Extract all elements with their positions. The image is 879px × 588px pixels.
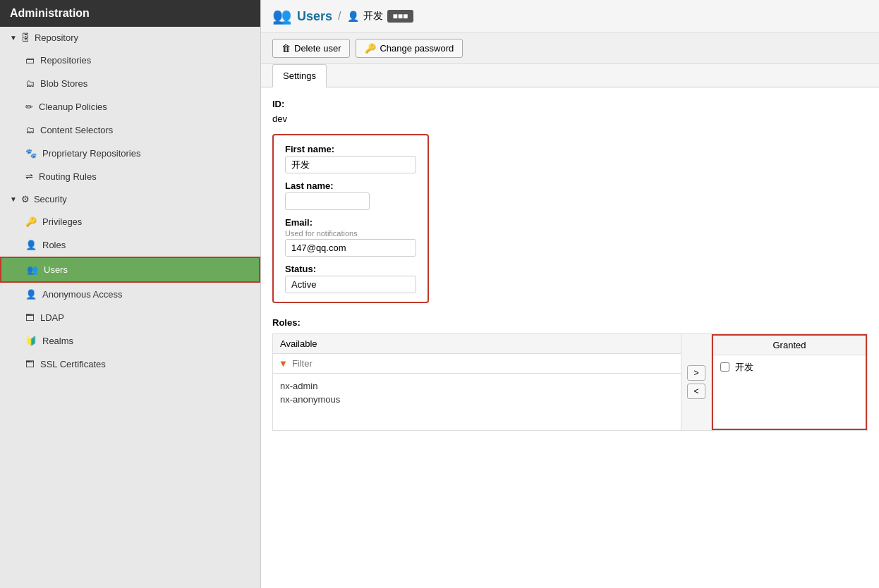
breadcrumb-user-info: 👤 开发 ■■■ (347, 10, 414, 23)
breadcrumb: 👥 Users / 👤 开发 ■■■ (261, 0, 879, 33)
first-name-label: First name: (285, 144, 416, 154)
cleanup-policies-icon: ✏ (25, 102, 33, 112)
content-selectors-icon: 🗂 (25, 125, 35, 135)
roles-panels: Available ▼ nx-admin nx-anonymous > < (272, 333, 868, 431)
list-item[interactable]: nx-anonymous (280, 393, 674, 406)
breadcrumb-user-name: 开发 (363, 10, 383, 23)
breadcrumb-separator: / (338, 10, 341, 23)
first-name-group: First name: (285, 144, 416, 173)
security-icon: ⚙ (21, 194, 30, 204)
email-sublabel: Used for notifications (285, 229, 416, 238)
sidebar-item-ldap[interactable]: 🗔 LDAP (0, 306, 260, 329)
roles-label: Roles (42, 240, 66, 250)
sidebar-item-routing-rules[interactable]: ⇌ Routing Rules (0, 165, 260, 188)
sidebar-item-content-selectors[interactable]: 🗂 Content Selectors (0, 118, 260, 142)
status-label: Status: (285, 264, 416, 274)
sidebar-item-ssl-certificates[interactable]: 🗔 SSL Certificates (0, 353, 260, 376)
roles-section: Roles: Available ▼ nx-admin nx-anonymous (272, 317, 868, 431)
last-name-group: Last name: (285, 180, 416, 210)
email-label: Email: (285, 217, 416, 228)
sidebar-item-proprietary-repositories[interactable]: 🐾 Proprietary Repositories (0, 142, 260, 165)
sidebar-item-blob-stores[interactable]: 🗂 Blob Stores (0, 72, 260, 95)
sidebar-header: Administration (0, 0, 260, 27)
sidebar-item-realms[interactable]: 🔰 Realms (0, 329, 260, 353)
email-group: Email: Used for notifications (285, 217, 416, 257)
roles-list: nx-admin nx-anonymous (273, 374, 681, 430)
proprietary-repositories-icon: 🐾 (25, 148, 37, 159)
sidebar-section-security[interactable]: ▼ ⚙ Security (0, 188, 260, 210)
move-left-button[interactable]: < (687, 384, 705, 399)
ldap-label: LDAP (40, 312, 64, 323)
roles-available-panel: Available ▼ nx-admin nx-anonymous (273, 334, 681, 430)
move-right-button[interactable]: > (687, 365, 705, 381)
id-value: dev (272, 111, 868, 127)
blob-stores-label: Blob Stores (40, 78, 87, 89)
delete-icon: 🗑 (281, 43, 291, 54)
repositories-label: Repositories (40, 55, 91, 66)
routing-rules-icon: ⇌ (25, 171, 33, 182)
roles-filter-bar: ▼ (273, 354, 681, 374)
last-name-label: Last name: (285, 180, 416, 191)
roles-available-header: Available (273, 334, 681, 354)
id-label: ID: (272, 99, 868, 109)
security-section-label: Security (34, 194, 67, 204)
form-area: ID: dev First name: Last name: Email: Us… (261, 87, 879, 588)
toolbar: 🗑 Delete user 🔑 Change password (261, 33, 879, 64)
email-input[interactable] (285, 239, 416, 257)
change-password-button[interactable]: 🔑 Change password (356, 39, 463, 58)
sidebar-item-users[interactable]: 👥 Users (0, 257, 260, 283)
anonymous-access-icon: 👤 (25, 289, 37, 300)
granted-role-checkbox[interactable] (720, 362, 729, 372)
filter-icon: ▼ (279, 358, 288, 369)
privileges-label: Privileges (42, 216, 82, 227)
breadcrumb-user-badge: ■■■ (387, 10, 414, 23)
repository-icon: 🗄 (21, 32, 30, 43)
main-content: 👥 Users / 👤 开发 ■■■ 🗑 Delete user 🔑 Chang… (261, 0, 879, 588)
tab-settings[interactable]: Settings (272, 64, 327, 87)
first-name-input[interactable] (285, 156, 416, 173)
delete-user-button[interactable]: 🗑 Delete user (272, 39, 350, 58)
roles-granted-content: 开发 (713, 355, 866, 412)
status-group: Status: (285, 264, 416, 293)
repository-arrow-icon: ▼ (10, 34, 17, 42)
roles-filter-input[interactable] (292, 358, 675, 369)
ldap-icon: 🗔 (25, 312, 35, 323)
breadcrumb-users-link[interactable]: Users (297, 9, 332, 24)
proprietary-repositories-label: Proprietary Repositories (42, 148, 140, 159)
sidebar-section-repository[interactable]: ▼ 🗄 Repository (0, 27, 260, 49)
roles-granted-panel: Granted 开发 (712, 334, 867, 430)
roles-controls: > < (681, 334, 712, 430)
repository-section-label: Repository (35, 32, 78, 43)
id-section: ID: dev (272, 99, 868, 127)
anonymous-access-label: Anonymous Access (42, 289, 122, 300)
realms-icon: 🔰 (25, 336, 37, 346)
repositories-icon: 🗃 (25, 55, 35, 66)
privileges-icon: 🔑 (25, 216, 37, 227)
breadcrumb-user-icon: 👤 (347, 11, 359, 22)
granted-role-item[interactable]: 开发 (735, 361, 753, 374)
sidebar: Administration ▼ 🗄 Repository 🗃 Reposito… (0, 0, 261, 588)
sidebar-item-repositories[interactable]: 🗃 Repositories (0, 49, 260, 72)
roles-granted-header: Granted (713, 336, 866, 355)
ssl-certificates-label: SSL Certificates (40, 359, 106, 369)
blob-stores-icon: 🗂 (25, 78, 35, 89)
users-icon: 👥 (27, 264, 38, 275)
realms-label: Realms (42, 336, 73, 346)
change-password-label: Change password (380, 43, 454, 54)
users-label: Users (44, 264, 68, 275)
roles-section-label: Roles: (272, 317, 868, 328)
last-name-input[interactable] (285, 192, 370, 210)
delete-user-label: Delete user (294, 43, 341, 54)
sidebar-item-anonymous-access[interactable]: 👤 Anonymous Access (0, 283, 260, 306)
tabs-bar: Settings (261, 64, 879, 87)
sidebar-item-cleanup-policies[interactable]: ✏ Cleanup Policies (0, 95, 260, 118)
roles-icon: 👤 (25, 240, 37, 250)
sidebar-item-roles[interactable]: 👤 Roles (0, 233, 260, 257)
sidebar-item-privileges[interactable]: 🔑 Privileges (0, 210, 260, 233)
status-input[interactable] (285, 276, 416, 293)
routing-rules-label: Routing Rules (39, 171, 97, 182)
content-selectors-label: Content Selectors (40, 125, 113, 135)
breadcrumb-users-icon: 👥 (272, 7, 291, 25)
cleanup-policies-label: Cleanup Policies (39, 102, 107, 112)
list-item[interactable]: nx-admin (280, 379, 674, 393)
